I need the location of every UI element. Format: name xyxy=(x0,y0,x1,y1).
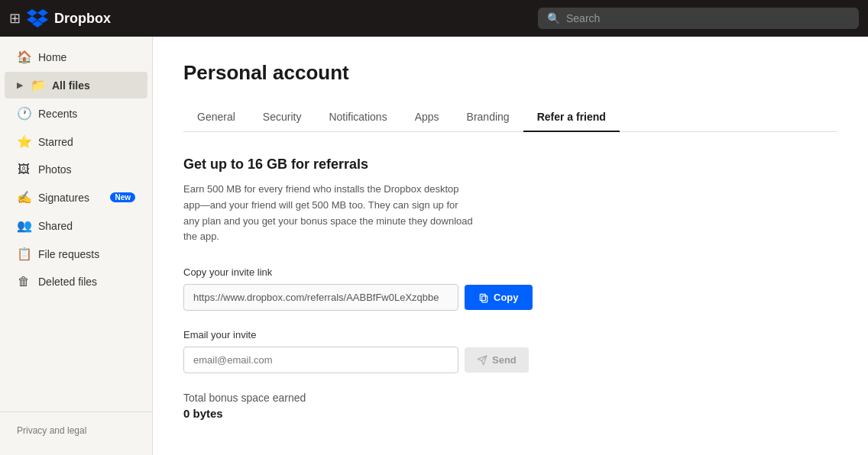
email-invite-group: Email your invite Send xyxy=(183,329,837,373)
logo: Dropbox xyxy=(27,9,538,27)
privacy-legal-label: Privacy and legal xyxy=(17,425,135,436)
tab-apps[interactable]: Apps xyxy=(401,103,453,132)
logo-text: Dropbox xyxy=(54,11,111,27)
copy-button[interactable]: Copy xyxy=(465,285,533,310)
tab-branding[interactable]: Branding xyxy=(453,103,523,132)
dropbox-logo-icon xyxy=(27,9,48,27)
sidebar-item-photos[interactable]: 🖼 Photos xyxy=(5,157,147,182)
search-bar[interactable]: 🔍 xyxy=(538,8,859,29)
invite-link-group: Copy your invite link Copy xyxy=(183,266,837,311)
recents-icon: 🕐 xyxy=(17,106,31,121)
all-files-icon: 📁 xyxy=(31,78,44,92)
signatures-icon: ✍ xyxy=(17,190,31,205)
deleted-files-icon: 🗑 xyxy=(17,275,31,289)
tab-notifications[interactable]: Notifications xyxy=(315,103,400,132)
sidebar-item-recents[interactable]: 🕐 Recents xyxy=(5,100,147,127)
privacy-legal-link[interactable]: Privacy and legal xyxy=(5,419,147,442)
sidebar-label-home: Home xyxy=(38,51,135,63)
photos-icon: 🖼 xyxy=(17,163,31,176)
content-area: Personal account General Security Notifi… xyxy=(153,37,868,455)
tab-general[interactable]: General xyxy=(183,103,249,132)
invite-link-input[interactable] xyxy=(183,284,458,311)
tab-security[interactable]: Security xyxy=(249,103,316,132)
sidebar-label-recents: Recents xyxy=(38,108,135,120)
app-header: ⊞ Dropbox 🔍 xyxy=(0,0,868,37)
email-invite-label: Email your invite xyxy=(183,329,837,340)
sidebar-label-file-requests: File requests xyxy=(38,248,135,260)
sidebar-label-shared: Shared xyxy=(38,220,135,232)
sidebar-item-deleted-files[interactable]: 🗑 Deleted files xyxy=(5,269,147,295)
file-requests-icon: 📋 xyxy=(17,247,31,261)
sidebar-item-home[interactable]: 🏠 Home xyxy=(5,44,147,70)
refer-title: Get up to 16 GB for referrals xyxy=(183,157,837,173)
page-title: Personal account xyxy=(183,61,837,85)
shared-icon: 👥 xyxy=(17,218,31,233)
search-input[interactable] xyxy=(566,12,850,24)
sidebar-label-signatures: Signatures xyxy=(38,192,102,204)
sidebar-footer: Privacy and legal xyxy=(0,411,152,449)
grid-icon[interactable]: ⊞ xyxy=(9,10,21,27)
invite-link-label: Copy your invite link xyxy=(183,266,837,278)
total-bonus-section: Total bonus space earned 0 bytes xyxy=(183,392,837,420)
send-icon xyxy=(477,355,487,366)
sidebar-item-shared[interactable]: 👥 Shared xyxy=(5,212,147,239)
chevron-icon: ▶ xyxy=(17,81,23,89)
total-bonus-label: Total bonus space earned xyxy=(183,392,837,404)
tab-refer-friend[interactable]: Refer a friend xyxy=(523,103,620,132)
email-invite-row: Send xyxy=(183,347,837,373)
sidebar-label-photos: Photos xyxy=(38,163,135,176)
sidebar: 🏠 Home ▶ 📁 All files 🕐 Recents ⭐ Starred… xyxy=(0,37,153,455)
svg-rect-1 xyxy=(480,294,485,300)
sidebar-label-deleted-files: Deleted files xyxy=(38,276,135,288)
tabs-bar: General Security Notifications Apps Bran… xyxy=(183,103,837,132)
refer-description: Earn 500 MB for every friend who install… xyxy=(183,182,474,245)
invite-link-row: Copy xyxy=(183,284,837,311)
home-icon: 🏠 xyxy=(17,50,31,64)
main-layout: 🏠 Home ▶ 📁 All files 🕐 Recents ⭐ Starred… xyxy=(0,37,868,455)
send-button[interactable]: Send xyxy=(465,347,529,373)
sidebar-label-starred: Starred xyxy=(38,136,135,148)
total-bonus-value: 0 bytes xyxy=(183,407,837,420)
email-invite-input[interactable] xyxy=(183,347,458,373)
sidebar-label-all-files: All files xyxy=(52,79,135,92)
starred-icon: ⭐ xyxy=(17,134,31,149)
new-badge: New xyxy=(110,192,135,202)
sidebar-item-starred[interactable]: ⭐ Starred xyxy=(5,128,147,155)
svg-rect-0 xyxy=(482,295,487,302)
sidebar-item-file-requests[interactable]: 📋 File requests xyxy=(5,240,147,267)
refer-section: Get up to 16 GB for referrals Earn 500 M… xyxy=(183,157,837,420)
search-icon: 🔍 xyxy=(547,12,560,24)
sidebar-item-all-files[interactable]: ▶ 📁 All files xyxy=(5,72,147,98)
copy-icon xyxy=(478,292,489,303)
sidebar-item-signatures[interactable]: ✍ Signatures New xyxy=(5,184,147,211)
